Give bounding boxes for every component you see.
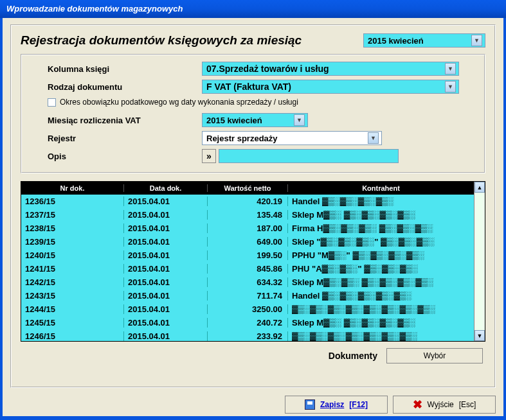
cell-data: 2015.04.01	[124, 250, 208, 260]
cell-kontr: Sklep M▓▒░▓▒░ ▓▒░▓▒░▓▒░▓▒░	[288, 277, 474, 287]
grid-scrollbar[interactable]: ▲ ▼	[474, 182, 485, 341]
exit-button[interactable]: ✖ Wyjście [Esc]	[393, 396, 496, 414]
scroll-down-icon[interactable]: ▼	[474, 330, 485, 341]
cell-nr: 1239/15	[21, 237, 124, 247]
opis-label: Opis	[48, 152, 202, 161]
cell-data: 2015.04.01	[124, 318, 208, 328]
cell-netto: 187.00	[208, 223, 288, 233]
save-icon	[305, 399, 315, 410]
cell-data: 2015.04.01	[124, 223, 208, 233]
table-row[interactable]: 1237/152015.04.01135.48Sklep M▓▒░ ▓▒░▓▒░…	[21, 208, 474, 222]
cell-netto: 233.92	[208, 331, 288, 341]
miesiac-label: Miesiąc rozliczenia VAT	[48, 116, 202, 125]
col-data: Data dok.	[124, 184, 208, 192]
cell-netto: 240.72	[208, 318, 288, 328]
cell-nr: 1237/15	[21, 210, 124, 220]
period-combo[interactable]: 2015 kwiecień ▼	[363, 33, 485, 48]
table-row[interactable]: 1244/152015.04.013250.00▓▒░▓▒░▓▒░▓▒░▓▒░▓…	[21, 302, 474, 316]
col-netto: Wartość netto	[208, 184, 288, 192]
page-title: Rejestracja dokumentów księgowych za mie…	[21, 33, 302, 48]
table-row[interactable]: 1243/152015.04.01711.74Handel ▓▒░▓▒░▓▒░▓…	[21, 289, 474, 302]
cell-data: 2015.04.01	[124, 264, 208, 274]
grid-header: Nr dok. Data dok. Wartość netto Kontrahe…	[21, 182, 474, 195]
main-panel: Rejestracja dokumentów księgowych za mie…	[10, 24, 496, 388]
cell-netto: 135.48	[208, 210, 288, 220]
table-row[interactable]: 1246/152015.04.01233.92▓▒░▓▒░▓▒░▓▒░▓▒░▓▒…	[21, 329, 474, 341]
save-key: [F12]	[349, 400, 368, 409]
cell-kontr: Handel ▓▒░▓▒░▓▒░▓▒░	[288, 197, 474, 206]
cell-netto: 3250.00	[208, 304, 288, 314]
cell-kontr: PPHU "M▓▒░" ▓▒░▓▒░▓▒░▓▒░	[288, 250, 474, 260]
cell-netto: 420.19	[208, 197, 288, 206]
footer: Zapisz [F12] ✖ Wyjście [Esc]	[10, 396, 496, 414]
okres-checkbox[interactable]	[48, 98, 56, 107]
cell-nr: 1245/15	[21, 318, 124, 328]
scroll-track[interactable]	[474, 193, 485, 330]
opis-expand-button[interactable]: »	[202, 149, 216, 163]
wybor-button[interactable]: Wybór	[386, 348, 483, 363]
rejestr-combo[interactable]: Rejestr sprzedaży ▼	[202, 131, 382, 145]
cell-data: 2015.04.01	[124, 210, 208, 220]
cell-kontr: Sklep "▓▒░▓▒░▓▒░" ▓▒░▓▒░▓▒░	[288, 237, 474, 247]
cell-data: 2015.04.01	[124, 304, 208, 314]
chevron-down-icon: ▼	[471, 35, 482, 46]
kolumna-label: Kolumna księgi	[48, 64, 202, 74]
table-row[interactable]: 1241/152015.04.01845.86PHU "A▓▒░▓▒░" ▓▒░…	[21, 262, 474, 276]
dokumenty-label: Dokumenty	[329, 351, 377, 361]
cell-data: 2015.04.01	[124, 237, 208, 247]
period-value: 2015 kwiecień	[368, 36, 424, 46]
cell-nr: 1236/15	[21, 197, 124, 206]
save-label: Zapisz	[320, 400, 344, 409]
rejestr-value: Rejestr sprzedaży	[206, 134, 278, 143]
cell-kontr: PHU "A▓▒░▓▒░" ▓▒░▓▒░▓▒░	[288, 264, 474, 274]
table-row[interactable]: 1245/152015.04.01240.72Sklep M▓▒░ ▓▒░▓▒░…	[21, 316, 474, 329]
chevron-down-icon: ▼	[445, 63, 456, 74]
cell-nr: 1244/15	[21, 304, 124, 314]
miesiac-combo[interactable]: 2015 kwiecień ▼	[202, 113, 308, 127]
table-row[interactable]: 1242/152015.04.01634.32Sklep M▓▒░▓▒░ ▓▒░…	[21, 276, 474, 289]
cell-kontr: Firma H▓▒░▓▒░▓▒░ ▓▒░▓▒░▓▒░	[288, 223, 474, 233]
cell-kontr: Sklep M▓▒░ ▓▒░▓▒░▓▒░▓▒░	[288, 210, 474, 220]
cell-nr: 1240/15	[21, 250, 124, 260]
cell-data: 2015.04.01	[124, 197, 208, 206]
rodzaj-label: Rodzaj dokumentu	[48, 82, 202, 92]
window: Wprowadzanie dokumentów magazynowych Rej…	[0, 0, 506, 420]
cell-nr: 1243/15	[21, 291, 124, 301]
cell-netto: 649.00	[208, 237, 288, 247]
miesiac-value: 2015 kwiecień	[206, 116, 262, 125]
client-area: Rejestracja dokumentów księgowych za mie…	[3, 18, 503, 416]
kolumna-combo[interactable]: 07.Sprzedaż towarów i usług ▼	[202, 62, 459, 76]
opis-input[interactable]	[219, 149, 399, 163]
cell-kontr: ▓▒░▓▒░▓▒░▓▒░▓▒░▓▒░▓▒░	[288, 331, 474, 341]
cell-nr: 1238/15	[21, 223, 124, 233]
cell-netto: 634.32	[208, 277, 288, 287]
cell-data: 2015.04.01	[124, 291, 208, 301]
table-row[interactable]: 1236/152015.04.01420.19Handel ▓▒░▓▒░▓▒░▓…	[21, 195, 474, 208]
chevron-down-icon: ▼	[368, 132, 379, 144]
kolumna-value: 07.Sprzedaż towarów i usług	[206, 64, 329, 74]
chevron-down-icon: ▼	[294, 114, 305, 126]
close-icon: ✖	[413, 398, 422, 412]
scroll-up-icon[interactable]: ▲	[474, 182, 485, 193]
table-row[interactable]: 1240/152015.04.01199.50PPHU "M▓▒░" ▓▒░▓▒…	[21, 249, 474, 262]
exit-label: Wyjście	[428, 400, 454, 409]
exit-key: [Esc]	[459, 400, 476, 409]
rejestr-label: Rejestr	[48, 134, 202, 143]
documents-grid: Nr dok. Data dok. Wartość netto Kontrahe…	[21, 181, 485, 342]
save-button[interactable]: Zapisz [F12]	[285, 396, 388, 414]
window-title: Wprowadzanie dokumentów magazynowych	[0, 0, 506, 18]
cell-data: 2015.04.01	[124, 277, 208, 287]
cell-nr: 1241/15	[21, 264, 124, 274]
table-row[interactable]: 1238/152015.04.01187.00Firma H▓▒░▓▒░▓▒░ …	[21, 222, 474, 235]
cell-kontr: Sklep M▓▒░ ▓▒░▓▒░▓▒░▓▒░	[288, 318, 474, 328]
rodzaj-value: F VAT (Faktura VAT)	[206, 82, 291, 92]
form-area: Kolumna księgi 07.Sprzedaż towarów i usł…	[21, 54, 485, 173]
rodzaj-combo[interactable]: F VAT (Faktura VAT) ▼	[202, 80, 459, 94]
cell-nr: 1246/15	[21, 331, 124, 341]
cell-nr: 1242/15	[21, 277, 124, 287]
cell-kontr: Handel ▓▒░▓▒░▓▒░▓▒░▓▒░	[288, 291, 474, 301]
cell-netto: 845.86	[208, 264, 288, 274]
cell-data: 2015.04.01	[124, 331, 208, 341]
okres-checkbox-label: Okres obowiązku podatkowego wg daty wyko…	[60, 98, 298, 107]
table-row[interactable]: 1239/152015.04.01649.00Sklep "▓▒░▓▒░▓▒░"…	[21, 235, 474, 249]
